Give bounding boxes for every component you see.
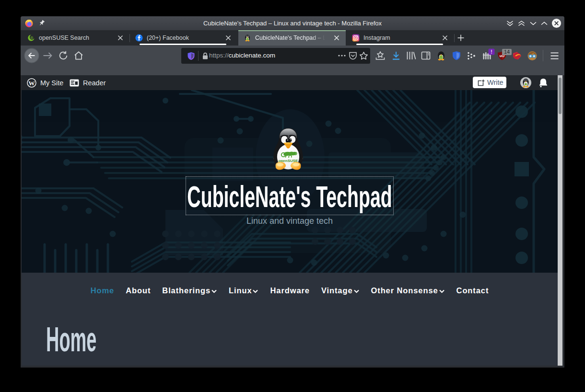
- svg-text:!: !: [491, 49, 492, 55]
- svg-text:W: W: [28, 80, 35, 87]
